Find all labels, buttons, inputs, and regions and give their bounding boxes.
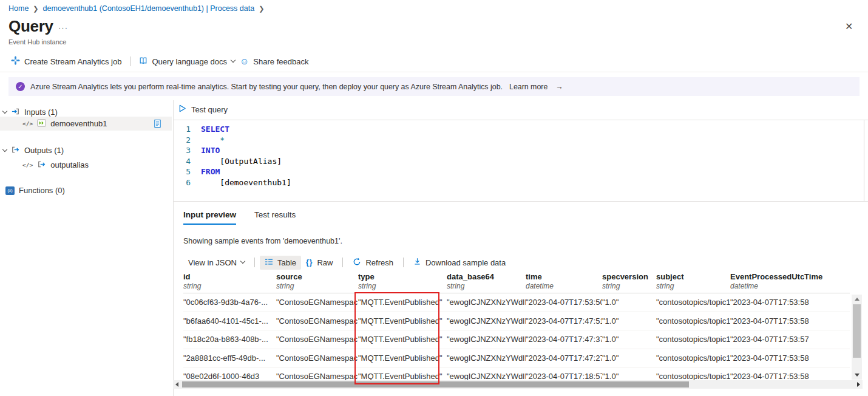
code-icon: </> [22,162,33,168]
column-header-subject[interactable]: subjectstring [656,272,730,293]
toolbar-divider [254,258,255,267]
sample-events-note: Showing sample events from 'demoeventhub… [183,237,342,245]
page-title: Query [8,17,53,36]
column-header-specversion[interactable]: specversionstring [602,272,656,293]
functions-group-header[interactable]: (x) Functions (0) [5,183,65,197]
editor-scrollbar[interactable] [864,120,864,201]
cell-time: "2023-04-07T17:47:27.... [526,353,602,363]
column-label: time [526,272,596,281]
checkmark-badge-icon: ✓ [16,82,25,91]
cell-source: "ContosoEGNamespac... [276,316,358,326]
tab-input-preview[interactable]: Input preview [183,210,236,225]
table-row[interactable]: "b6faa640-4101-45c1-... "ContosoEGNamesp… [183,312,850,331]
outputs-group-header[interactable]: Outputs (1) [3,143,64,157]
input-item-label: demoeventhub1 [50,119,107,128]
raw-label: Raw [317,258,333,267]
scroll-down-arrow-icon[interactable] [855,374,860,377]
cell-specversion: "1.0" [602,316,656,326]
vertical-scrollbar[interactable] [852,295,862,380]
cell-specversion: "1.0" [602,298,656,307]
document-icon[interactable] [154,119,161,130]
download-sample-data-button[interactable]: Download sample data [409,255,510,270]
cell-source: "ContosoEGNamespac... [276,298,358,307]
cell-data-base64: "ewogICJNZXNzYWdlIj... [447,353,526,363]
column-header-eventprocessedutctime[interactable]: EventProcessedUtcTimedatetime [730,272,850,293]
breadcrumb-separator: ❯ [259,5,264,13]
test-query-label: Test query [191,105,228,114]
column-type: string [447,282,520,290]
code-line: 4 [OutputAlias] [174,156,868,167]
cell-id: "08e02d6f-1000-46d3 [183,372,276,381]
refresh-button[interactable]: Refresh [348,255,398,270]
column-header-source[interactable]: sourcestring [276,272,358,293]
code-icon: </> [22,120,33,127]
code-line: 1SELECT [174,124,868,135]
view-in-json-dropdown[interactable]: View in JSON [183,256,249,270]
input-preview-table: idstring sourcestring typestring data_ba… [183,272,850,386]
column-label: source [276,272,352,281]
column-type: string [602,282,650,290]
query-editor[interactable]: 1SELECT 2 * 3INTO 4 [OutputAlias] 5FROM … [174,120,868,202]
table-row[interactable]: "fb18c20a-b863-408b-... "ContosoEGNamesp… [183,330,850,349]
code-text: [OutputAlias] [201,156,282,167]
column-label: type [358,272,441,281]
cell-eventprocessedutctime: "2023-04-07T17:53:58 [730,316,850,326]
smiley-icon: ☺ [240,57,249,66]
breadcrumb-processdata-link[interactable]: demoeventhub1 (ContosoEH1/demoeventhub1)… [43,4,255,13]
table-row[interactable]: "2a8881cc-eff5-49db-... "ContosoEGNamesp… [183,349,850,368]
column-header-data-base64[interactable]: data_base64string [447,272,526,293]
refresh-icon [353,258,361,268]
table-row[interactable]: "0c06cf63-9d3b-4a76-... "ContosoEGNamesp… [183,293,850,312]
close-icon[interactable]: ✕ [845,21,853,32]
braces-icon: {} [306,258,313,267]
event-hub-icon [37,119,46,129]
cell-source: "ContosoEGNamespac... [276,353,358,363]
cell-subject: "contosotopics/topic1" [656,353,730,363]
cell-id: "0c06cf63-9d3b-4a76-... [183,298,276,307]
output-icon [37,160,46,171]
column-label: EventProcessedUtcTime [730,272,844,281]
horizontal-scrollbar[interactable] [173,380,863,389]
stream-analytics-icon [11,56,20,67]
sidebar-item-outputalias[interactable]: </> outputalias [0,158,89,172]
vertical-scrollbar-thumb[interactable] [853,304,861,358]
chevron-down-icon [2,108,7,113]
sidebar-item-demoeventhub1[interactable]: </> demoeventhub1 [0,117,172,131]
scroll-right-arrow-icon[interactable] [857,382,860,387]
preview-toolbar: View in JSON Table {} Raw Refresh Downl [183,254,510,270]
cell-id: "2a8881cc-eff5-49db-... [183,353,276,363]
code-text: * [201,135,225,146]
docs-label: Query language docs [152,57,227,66]
table-list-icon [265,258,273,267]
raw-view-button[interactable]: {} Raw [301,256,337,270]
code-line: 2 * [174,135,868,146]
breadcrumb-home-link[interactable]: Home [8,4,29,13]
scroll-up-arrow-icon[interactable] [855,298,860,301]
scroll-left-arrow-icon[interactable] [175,382,178,387]
command-bar: Create Stream Analytics job Query langua… [8,53,311,69]
column-header-time[interactable]: timedatetime [526,272,602,293]
column-header-id[interactable]: idstring [183,272,276,293]
cell-subject: "contosotopics/topic1" [656,316,730,326]
function-icon: (x) [5,186,15,195]
preview-tabs: Input preview Test results [183,210,296,225]
test-query-button[interactable]: Test query [178,104,228,114]
query-sidebar: Inputs (1) </> demoeventhub1 Outputs (1)… [0,100,172,396]
share-feedback-button[interactable]: ☺ Share feedback [237,57,311,66]
column-header-type[interactable]: typestring [358,272,447,293]
create-stream-analytics-job-button[interactable]: Create Stream Analytics job [8,56,124,67]
table-view-button[interactable]: Table [260,256,301,270]
cell-time: "2023-04-07T17:47:51.... [526,316,602,326]
chevron-down-icon [2,146,7,151]
learn-more-link[interactable]: Learn more [509,83,548,91]
banner-message: Azure Stream Analytics lets you perform … [30,83,503,91]
more-options-button[interactable]: ··· [58,23,68,32]
code-line: 5FROM [174,166,868,177]
outputs-icon [11,145,20,156]
tab-test-results[interactable]: Test results [254,210,296,225]
query-language-docs-button[interactable]: Query language docs [137,56,237,67]
cell-subject: "contosotopics/topic1" [656,335,730,344]
cell-source: "ContosoEGNamespac [276,372,358,381]
outputs-label: Outputs (1) [24,146,64,155]
download-icon [413,258,421,267]
